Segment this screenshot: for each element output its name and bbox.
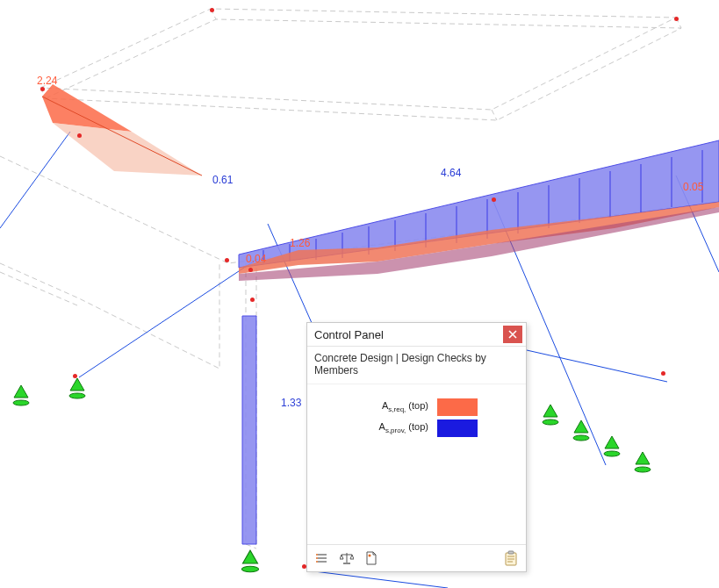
close-icon	[508, 330, 517, 339]
support-icon	[601, 434, 622, 461]
support-icon	[11, 384, 32, 410]
support-icon	[571, 419, 592, 445]
node-point	[248, 268, 253, 272]
svg-point-40	[241, 566, 258, 571]
svg-point-38	[69, 393, 85, 398]
support-icon	[540, 403, 561, 429]
svg-line-10	[79, 259, 257, 377]
legend-label: As,prov, (top)	[314, 421, 437, 434]
value-label: 0.05	[683, 181, 703, 193]
node-point	[210, 8, 214, 12]
svg-line-3	[492, 110, 497, 120]
svg-point-42	[573, 435, 589, 441]
node-point	[225, 258, 229, 262]
node-point	[492, 197, 496, 202]
support-icon	[237, 549, 263, 577]
clipboard-icon[interactable]	[501, 549, 521, 568]
svg-point-44	[635, 467, 651, 472]
svg-marker-36	[242, 316, 256, 544]
value-label: 0.04	[246, 253, 266, 265]
close-button[interactable]	[503, 326, 522, 343]
svg-point-43	[604, 451, 620, 456]
panel-footer	[307, 544, 526, 571]
value-label: 2.24	[37, 75, 57, 87]
support-icon	[67, 376, 88, 403]
list-icon[interactable]	[313, 549, 332, 568]
node-point	[661, 371, 665, 376]
legend-label: As,req, (top)	[314, 400, 437, 413]
legend-swatch-provided	[437, 419, 478, 437]
panel-body: As,req, (top) As,prov, (top)	[307, 384, 526, 544]
control-panel-window[interactable]: Control Panel Concrete Design | Design C…	[306, 322, 527, 572]
legend-row-provided: As,prov, (top)	[314, 418, 519, 439]
value-label: 1.26	[290, 237, 310, 249]
node-point	[674, 17, 679, 21]
node-point	[77, 133, 82, 138]
value-label: 0.61	[212, 174, 233, 186]
svg-point-48	[316, 554, 318, 556]
value-label: 4.64	[441, 167, 461, 179]
panel-subtitle: Concrete Design | Design Checks by Membe…	[307, 347, 526, 384]
svg-point-50	[316, 561, 318, 563]
svg-point-41	[543, 419, 558, 425]
svg-line-13	[0, 132, 70, 228]
svg-point-54	[369, 555, 371, 557]
legend-row-required: As,req, (top)	[314, 397, 519, 418]
value-label: 1.33	[281, 397, 301, 409]
support-icon	[632, 450, 653, 477]
panel-title-text: Control Panel	[314, 328, 503, 341]
svg-line-11	[307, 570, 448, 588]
document-icon[interactable]	[362, 549, 381, 568]
balance-icon[interactable]	[337, 549, 356, 568]
panel-titlebar[interactable]: Control Panel	[307, 323, 526, 347]
node-point	[40, 87, 45, 91]
legend-swatch-required	[437, 398, 478, 416]
svg-point-37	[13, 400, 29, 405]
svg-rect-56	[508, 551, 514, 554]
svg-point-49	[316, 557, 318, 559]
node-point	[250, 298, 255, 302]
